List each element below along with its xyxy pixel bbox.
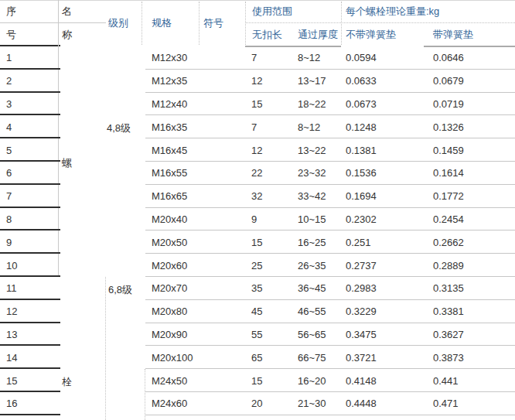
cell-pass-thickness: 46~55: [298, 300, 326, 323]
cell-no-thread-length: 15: [251, 369, 262, 392]
header-no-thread: 无扣长: [245, 23, 298, 46]
table-row: 9 M20x50 15 16~25 0.251 0.2662: [0, 230, 515, 254]
table-row: 5 M16x45 12 13~22 0.1381 0.1459: [0, 138, 515, 162]
cell-weight-without-washer: 0.1381: [346, 138, 377, 162]
table-row: 6 M16x55 22 23~32 0.1536 0.1614: [0, 162, 515, 185]
header-seq-top: 序: [0, 0, 64, 23]
cell-seq-no: 12: [6, 300, 17, 323]
header-weight-group: 每个螺栓理论重量:kg: [341, 0, 515, 23]
cell-spec: M12x30: [152, 46, 187, 70]
cell-weight-without-washer: 0.1536: [346, 162, 377, 185]
cell-no-thread-length: 35: [251, 277, 262, 300]
cell-weight-with-washer: 0.1614: [433, 162, 464, 185]
table-row: 11 M20x70 35 36~45 0.2983 0.3135: [0, 277, 515, 300]
cell-weight-with-washer: 0.2889: [433, 254, 464, 277]
cell-no-thread-length: 7: [251, 46, 257, 70]
cell-pass-thickness: 21~30: [298, 392, 326, 415]
table-row: 4 M16x35 7 8~12 0.1248 0.1326: [0, 115, 515, 138]
cell-weight-without-washer: 0.3475: [346, 323, 377, 347]
cell-no-thread-length: 12: [251, 138, 262, 162]
cell-weight-with-washer: 0.0719: [433, 93, 464, 116]
cell-spec: M12x40: [152, 93, 187, 116]
table-row: 14 M20x100 65 66~75 0.3721 0.3873: [0, 346, 515, 369]
cell-weight-with-washer: 0.3135: [433, 277, 464, 300]
cell-seq-no: 7: [6, 185, 12, 208]
cell-no-thread-length: 9: [251, 208, 257, 231]
cell-seq-no: 2: [6, 70, 12, 93]
table-body: 1 M12x30 7 8~12 0.0594 0.0646 2 M12x35 1…: [0, 46, 515, 415]
cell-spec: M16x35: [152, 115, 187, 138]
cell-weight-with-washer: 0.441: [433, 369, 459, 392]
table-row: 7 M16x65 32 33~42 0.1694 0.1772: [0, 185, 515, 208]
cell-pass-thickness: 16~20: [298, 369, 326, 392]
cell-no-thread-length: 7: [251, 115, 257, 138]
cell-seq-no: 16: [6, 392, 17, 415]
cell-weight-without-washer: 0.1248: [346, 115, 377, 138]
cell-seq-no: 4: [6, 115, 12, 138]
header-seq-bottom: 号: [0, 23, 64, 46]
cell-weight-without-washer: 0.2302: [346, 208, 377, 231]
cell-seq-no: 8: [6, 208, 12, 231]
header-symbol: 符号: [199, 0, 250, 46]
header-with-washer: 带弹簧垫: [424, 23, 515, 46]
cell-pass-thickness: 56~65: [298, 323, 326, 347]
cell-spec: M20x70: [152, 277, 187, 300]
cell-no-thread-length: 20: [251, 392, 262, 415]
cell-seq-no: 11: [6, 277, 17, 300]
header-name-top: 名: [59, 0, 108, 23]
cell-spec: M16x55: [152, 162, 187, 185]
cell-spec: M20x100: [152, 346, 193, 369]
divider-under-seq: [0, 22, 58, 23]
cell-weight-with-washer: 0.3627: [433, 323, 464, 347]
cell-weight-without-washer: 0.4148: [346, 369, 377, 392]
table-row: 10 M20x60 25 26~35 0.2737 0.2889: [0, 254, 515, 277]
cell-weight-with-washer: 0.2454: [433, 208, 464, 231]
data-row-divider: [145, 415, 515, 415]
cell-seq-no: 6: [6, 162, 12, 185]
cell-seq-no: 14: [6, 346, 17, 369]
merged-grade-bottom: 6,8级: [108, 283, 132, 297]
cell-seq-no: 10: [6, 254, 17, 277]
header-grade: 级别: [106, 0, 144, 46]
cell-no-thread-length: 15: [251, 230, 262, 254]
table-row: 15 M24x50 15 16~20 0.4148 0.441: [0, 369, 515, 392]
dotted-v-symbol-usage: [245, 2, 246, 45]
cell-spec: M20x40: [152, 208, 187, 231]
cell-pass-thickness: 8~12: [298, 115, 320, 138]
cell-spec: M16x45: [152, 138, 187, 162]
cell-spec: M16x65: [152, 185, 187, 208]
cell-pass-thickness: 13~17: [298, 70, 326, 93]
cell-seq-no: 13: [6, 323, 17, 347]
cell-weight-with-washer: 0.2662: [433, 230, 464, 254]
table-row: 16 M24x60 20 21~30 0.4448 0.471: [0, 392, 515, 415]
table-row: 1 M12x30 7 8~12 0.0594 0.0646: [0, 46, 515, 70]
cell-weight-without-washer: 0.0594: [346, 46, 377, 70]
table-row: 2 M12x35 12 13~17 0.0633 0.0679: [0, 70, 515, 93]
cell-spec: M20x80: [152, 300, 187, 323]
cell-no-thread-length: 32: [251, 185, 262, 208]
cell-weight-without-washer: 0.2983: [346, 277, 377, 300]
cell-weight-without-washer: 0.4448: [346, 392, 377, 415]
divider-under-name: [59, 22, 106, 23]
cell-weight-with-washer: 0.1326: [433, 115, 464, 138]
cell-weight-with-washer: 0.471: [433, 392, 459, 415]
cell-seq-no: 5: [6, 138, 12, 162]
cell-pass-thickness: 13~22: [298, 138, 326, 162]
cell-weight-without-washer: 0.0673: [346, 93, 377, 116]
cell-seq-no: 1: [6, 46, 12, 70]
cell-no-thread-length: 22: [251, 162, 262, 185]
cell-spec: M20x60: [152, 254, 187, 277]
header-name-bottom: 称: [59, 23, 108, 46]
bolt-weight-table: 序 号 名 称 级别 规格 符号 使用范围 无扣长 通过厚度 每个螺栓理论重量:…: [0, 0, 515, 420]
cell-seq-no: 9: [6, 230, 12, 254]
cell-pass-thickness: 8~12: [298, 46, 320, 70]
cell-weight-without-washer: 0.251: [346, 230, 371, 254]
header-thickness: 通过厚度: [291, 23, 348, 46]
cell-pass-thickness: 33~42: [298, 185, 326, 208]
cell-pass-thickness: 26~35: [298, 254, 326, 277]
dotted-v-spec-symbol: [199, 2, 200, 45]
cell-weight-without-washer: 0.3721: [346, 346, 377, 369]
cell-weight-with-washer: 0.0646: [433, 46, 464, 70]
dotted-divider-under-usage: [245, 22, 341, 23]
cell-seq-no: 3: [6, 93, 12, 116]
